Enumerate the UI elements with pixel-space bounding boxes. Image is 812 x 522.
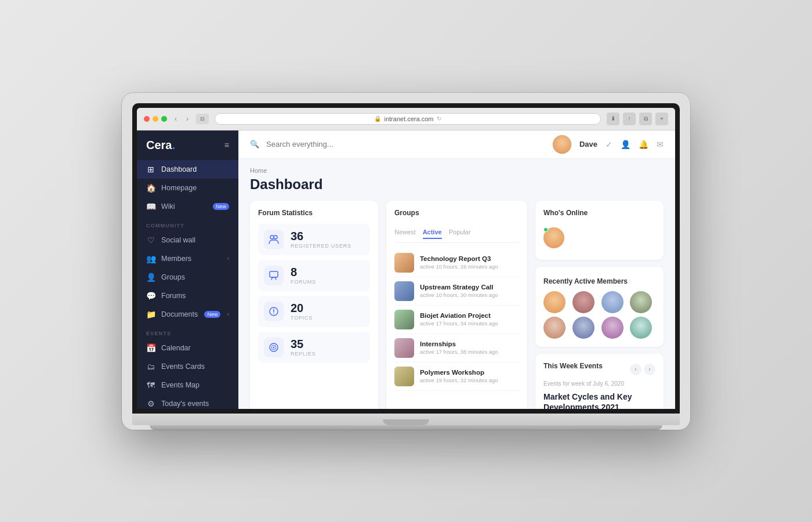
notification-icon[interactable]: 🔔 bbox=[639, 140, 648, 149]
breadcrumb: Home bbox=[250, 167, 664, 174]
username: Dave bbox=[579, 140, 597, 148]
member-avatar-6[interactable] bbox=[601, 317, 624, 339]
community-section-label: COMMUNITY bbox=[137, 216, 238, 231]
sidebar-item-groups[interactable]: 👤 Groups bbox=[137, 268, 238, 287]
member-avatar-1[interactable] bbox=[572, 291, 594, 313]
group-item-0[interactable]: Technology Report Q3 active 10 hours, 26… bbox=[394, 249, 519, 277]
search-input[interactable] bbox=[266, 140, 546, 148]
forums-icon: 💬 bbox=[146, 291, 155, 300]
download-icon[interactable]: ⬇ bbox=[607, 113, 619, 125]
sidebar-item-social-wall[interactable]: ♡ Social wall bbox=[137, 231, 238, 249]
avatar-face bbox=[553, 135, 571, 154]
groups-tab-popular[interactable]: Popular bbox=[449, 229, 471, 239]
groups-tab-newest[interactable]: Newest bbox=[394, 229, 416, 239]
stat-topics: 20 TOPICS bbox=[258, 296, 370, 327]
close-button[interactable] bbox=[144, 116, 150, 122]
events-event-title: Market Cycles and Key Developments 2021 bbox=[543, 392, 655, 409]
recently-active-title: Recently Active Members bbox=[543, 277, 655, 285]
traffic-lights bbox=[144, 116, 167, 122]
laptop-notch bbox=[383, 419, 429, 425]
dashboard-grid: Forum Statistics bbox=[250, 201, 664, 409]
stat-forums: 8 FORUMS bbox=[258, 260, 370, 291]
sidebar-item-dashboard[interactable]: ⊞ Dashboard bbox=[137, 160, 238, 179]
address-bar[interactable]: 🔒 intranet.cera.com ↻ bbox=[215, 113, 601, 125]
stat-replies: 35 REPLIES bbox=[258, 332, 370, 363]
group-info-3: Internships active 17 hours, 38 minutes … bbox=[420, 340, 498, 355]
share-icon[interactable]: ↑ bbox=[623, 113, 636, 125]
group-item-3[interactable]: Internships active 17 hours, 38 minutes … bbox=[394, 334, 519, 362]
groups-tabs: Newest Active Popular bbox=[394, 229, 519, 243]
sidebar-item-events-cards[interactable]: 🗂 Events Cards bbox=[137, 357, 238, 376]
mail-icon[interactable]: ✉ bbox=[657, 140, 664, 149]
user-avatar bbox=[553, 135, 571, 154]
member-avatar-2[interactable] bbox=[601, 291, 624, 313]
this-week-events-title: This Week Events bbox=[543, 362, 603, 370]
groups-tab-active[interactable]: Active bbox=[423, 229, 442, 239]
profile-icon[interactable]: 👤 bbox=[621, 140, 630, 149]
member-avatar-0[interactable] bbox=[543, 291, 566, 313]
forum-stats-card: Forum Statistics bbox=[250, 201, 378, 409]
sidebar-header: Cera. ≡ bbox=[137, 130, 238, 158]
forward-button[interactable]: › bbox=[184, 114, 190, 124]
svg-point-5 bbox=[273, 313, 274, 314]
recently-active-card: Recently Active Members bbox=[535, 267, 664, 347]
sidebar-item-calendar[interactable]: 📅 Calendar bbox=[137, 339, 238, 357]
forums-label: FORUMS bbox=[291, 279, 316, 285]
group-avatar-4 bbox=[394, 367, 414, 386]
whos-online-card: Who's Online bbox=[535, 201, 664, 260]
sidebar-item-todays-events[interactable]: ⚙ Today's events bbox=[137, 394, 238, 409]
page-body: Home Dashboard Forum Statistics bbox=[238, 159, 675, 409]
sidebar-item-wiki[interactable]: 📖 Wiki New bbox=[137, 197, 238, 216]
documents-chevron: › bbox=[227, 311, 229, 317]
member-avatar-7[interactable] bbox=[630, 317, 652, 339]
browser-chrome: ‹ › ⊟ 🔒 intranet.cera.com ↻ ⬇ ↑ ⧉ + bbox=[137, 108, 675, 130]
svg-rect-2 bbox=[270, 271, 278, 277]
member-avatar-4[interactable] bbox=[543, 317, 566, 339]
dashboard-icon: ⊞ bbox=[146, 165, 155, 174]
sidebar-item-forums[interactable]: 💬 Forums bbox=[137, 287, 238, 305]
laptop-foot bbox=[150, 425, 662, 430]
homepage-icon: 🏠 bbox=[146, 183, 155, 193]
check-icon[interactable]: ✓ bbox=[606, 140, 612, 149]
new-tab-icon[interactable]: + bbox=[655, 113, 668, 125]
this-week-events-card: This Week Events ‹ › Events for week of … bbox=[535, 354, 664, 409]
hamburger-menu[interactable]: ≡ bbox=[224, 140, 229, 150]
svg-point-1 bbox=[274, 235, 277, 239]
screen-bezel: ‹ › ⊟ 🔒 intranet.cera.com ↻ ⬇ ↑ ⧉ + bbox=[132, 103, 680, 414]
members-chevron: › bbox=[227, 255, 229, 262]
svg-point-8 bbox=[273, 346, 275, 348]
member-avatar-3[interactable] bbox=[630, 291, 652, 313]
wiki-icon: 📖 bbox=[146, 202, 155, 211]
replies-stat-icon bbox=[264, 338, 284, 357]
whos-online-title: Who's Online bbox=[543, 209, 655, 217]
events-prev-button[interactable]: ‹ bbox=[630, 364, 641, 375]
maximize-button[interactable] bbox=[161, 116, 167, 122]
sidebar-item-members[interactable]: 👥 Members › bbox=[137, 249, 238, 268]
minimize-button[interactable] bbox=[153, 116, 158, 122]
group-item-2[interactable]: Biojet Aviation Project active 17 hours,… bbox=[394, 306, 519, 334]
sidebar-navigation: ⊞ Dashboard 🏠 Homepage 📖 Wiki New bbox=[137, 158, 238, 409]
group-item-4[interactable]: Polymers Workshop active 19 hours, 32 mi… bbox=[394, 362, 519, 391]
back-button[interactable]: ‹ bbox=[173, 114, 179, 124]
member-avatar-5[interactable] bbox=[572, 317, 594, 339]
tabs-icon[interactable]: ⧉ bbox=[639, 113, 652, 125]
online-indicator bbox=[543, 227, 548, 232]
sidebar-item-documents[interactable]: 📁 Documents New › bbox=[137, 305, 238, 324]
group-info-0: Technology Report Q3 active 10 hours, 26… bbox=[420, 255, 498, 270]
sidebar-item-events-map[interactable]: 🗺 Events Map bbox=[137, 376, 238, 394]
events-next-button[interactable]: › bbox=[644, 364, 655, 375]
browser-actions: ⬇ ↑ ⧉ + bbox=[607, 113, 668, 125]
sidebar-item-homepage[interactable]: 🏠 Homepage bbox=[137, 179, 238, 197]
replies-label: REPLIES bbox=[291, 351, 316, 357]
group-item-1[interactable]: Upstream Strategy Call active 10 hours, … bbox=[394, 277, 519, 306]
sidebar: Cera. ≡ ⊞ Dashboard 🏠 Homepage bbox=[137, 130, 238, 409]
events-cards-icon: 🗂 bbox=[146, 362, 155, 371]
topbar-right: Dave ✓ 👤 🔔 ✉ bbox=[553, 135, 664, 154]
member-avatars-grid bbox=[543, 291, 655, 339]
forums-stat-icon bbox=[264, 266, 284, 285]
logo: Cera. bbox=[146, 139, 175, 152]
group-avatar-1 bbox=[394, 281, 414, 301]
svg-point-0 bbox=[270, 235, 274, 239]
browser-window: ‹ › ⊟ 🔒 intranet.cera.com ↻ ⬇ ↑ ⧉ + bbox=[137, 108, 675, 409]
topics-number: 20 bbox=[291, 302, 313, 314]
